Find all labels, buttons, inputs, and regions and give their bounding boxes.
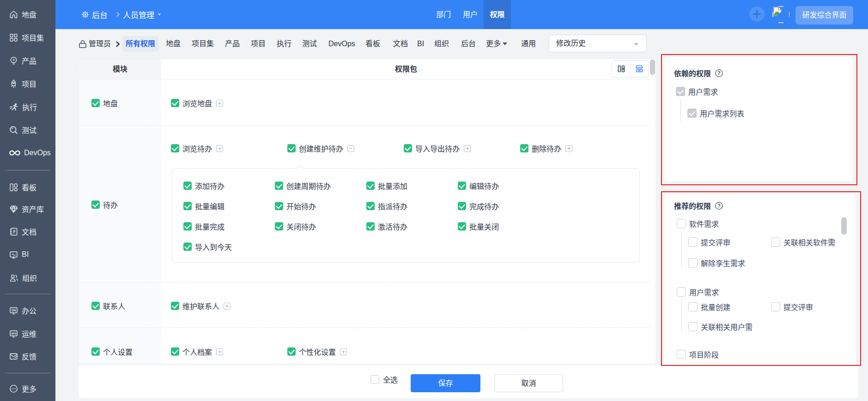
svg-text:OPS: OPS xyxy=(11,332,17,335)
svg-text:OA: OA xyxy=(12,309,16,312)
